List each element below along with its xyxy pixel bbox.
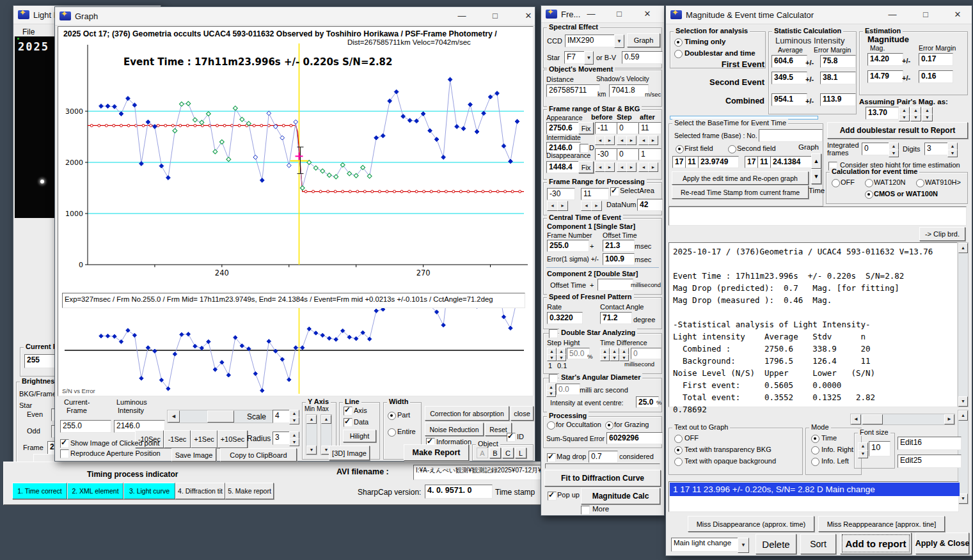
scroll-left-icon[interactable]: ◄ xyxy=(168,410,180,423)
light-curve-chart[interactable]: 0100020003000240270Event Time : 17h11m23… xyxy=(59,37,529,292)
report-scroll-down-icon[interactable]: ▼ xyxy=(958,396,968,407)
double-star-checkbox[interactable] xyxy=(549,329,558,338)
appearance-field[interactable]: 2750.6 xyxy=(546,122,581,134)
fontsize-down-icon[interactable]: ▼ xyxy=(858,450,868,458)
app-before-right-icon[interactable]: ► xyxy=(605,136,615,145)
report-scroll-up-icon[interactable]: ▲ xyxy=(958,243,968,253)
plus-10sec-button[interactable]: +10Sec xyxy=(218,430,248,448)
minimize-icon[interactable]: — xyxy=(581,6,601,22)
sort-button[interactable]: Sort xyxy=(800,534,836,554)
yaxis-min-down-icon[interactable]: ▼ xyxy=(306,446,317,455)
show-image-checkbox[interactable] xyxy=(60,439,69,448)
first-err-field[interactable]: 75.8 xyxy=(820,55,856,68)
selectarea-checkbox[interactable] xyxy=(610,187,619,196)
timing-step-5-button[interactable]: 5. Make report xyxy=(225,483,274,499)
integrated-frames-field[interactable]: 0 xyxy=(862,143,891,155)
magdrop-field[interactable]: 0.7 xyxy=(589,451,618,463)
bv-field[interactable]: 0.59 xyxy=(622,51,663,64)
offset-time-field[interactable]: 21.3 xyxy=(603,240,635,252)
fontsize-field[interactable]: 10 xyxy=(869,441,890,456)
more-checkbox[interactable] xyxy=(581,506,590,515)
result-listbox[interactable]: 1 17 11 23.996 +/- 0.220s, S/N= 2.82 D M… xyxy=(668,481,959,512)
close-icon[interactable]: ✕ xyxy=(518,7,539,24)
second-mag-field[interactable]: 14.79 xyxy=(867,70,903,83)
doublestar-radio[interactable] xyxy=(674,50,683,58)
graph-up-icon[interactable]: ▲ xyxy=(811,153,821,169)
wat910h-radio[interactable] xyxy=(916,179,924,187)
aux-text-box[interactable] xyxy=(668,206,967,226)
time-difference-field[interactable]: 0 xyxy=(631,348,661,359)
appearance-fix-button[interactable]: Fix xyxy=(578,122,594,134)
copy-clipboard-button[interactable]: Copy to ClipBoard xyxy=(220,448,297,462)
reread-timestamp-button[interactable]: Re-read Time Stamp from current frame xyxy=(672,185,809,199)
yaxis-min-up-icon[interactable]: ▲ xyxy=(306,415,317,424)
wat120n-radio[interactable] xyxy=(865,179,873,187)
sse-field[interactable]: 6029296 xyxy=(606,432,663,444)
app-step-right-icon[interactable]: ► xyxy=(626,136,637,145)
second-avg-field[interactable]: 349.5 xyxy=(771,72,807,84)
magdrop-checkbox[interactable] xyxy=(547,453,556,462)
grazing-radio[interactable] xyxy=(605,421,613,430)
data-checkbox[interactable] xyxy=(344,418,352,427)
yaxis-min-scrollbar[interactable]: ▲ ▼ xyxy=(306,414,317,455)
popup-checkbox[interactable] xyxy=(548,492,557,501)
distance-field[interactable]: 267585711 xyxy=(546,84,600,97)
assume-down1-icon[interactable]: ▼ xyxy=(899,114,910,121)
dis-step-left-icon[interactable]: ◄ xyxy=(617,162,627,172)
result-row-selected[interactable]: 1 17 11 23.996 +/- 0.220s, S/N= 2.82 D M… xyxy=(670,483,960,496)
app-after-right-icon[interactable]: ► xyxy=(648,136,658,145)
clip-board-button[interactable]: -> Clip brd. xyxy=(919,227,965,241)
add-doublestar-button[interactable]: Add doublestar result to Report xyxy=(827,122,968,139)
app-before-field[interactable]: -11 xyxy=(595,122,618,134)
graph-down-icon[interactable]: ▼ xyxy=(811,169,821,184)
assume-down3-icon[interactable]: ▼ xyxy=(922,114,933,121)
apply-close-button[interactable]: Apply & Close xyxy=(915,533,969,554)
digits-down-icon[interactable]: ▼ xyxy=(947,150,958,157)
object-l-button[interactable]: L xyxy=(515,447,526,458)
fit-diffraction-button[interactable]: Fit to Diffraction Curve xyxy=(544,470,661,486)
scale-down-icon[interactable]: ▼ xyxy=(289,417,299,424)
dis-after-left-icon[interactable]: ◄ xyxy=(638,162,649,172)
yaxis-max-up-icon[interactable]: ▲ xyxy=(321,415,331,424)
t2-sec-field[interactable]: 24.1384 xyxy=(770,156,812,168)
range-to-right-icon[interactable]: ► xyxy=(591,201,602,211)
timediff-down1-icon[interactable]: ▼ xyxy=(600,354,610,361)
menu-file[interactable]: File xyxy=(22,27,35,36)
timediff-down2-icon[interactable]: ▼ xyxy=(610,354,619,361)
first-mag-field[interactable]: 14.20 xyxy=(867,53,903,66)
second-mag-err-field[interactable]: 0.16 xyxy=(919,70,953,83)
rate-field[interactable]: 0.3220 xyxy=(547,312,583,324)
magnitude-calc-button[interactable]: Magnitude Calc xyxy=(581,488,660,504)
current-frame-field[interactable]: 255.0 xyxy=(60,420,111,433)
sharpcap-version-field[interactable]: 4. 0. 9571. 0 xyxy=(425,485,493,499)
cmos-radio[interactable] xyxy=(865,191,873,199)
velocity-field[interactable]: 7041.8 xyxy=(609,84,649,97)
step-coarse-down-icon[interactable]: ▼ xyxy=(547,354,557,361)
range-from-right-icon[interactable]: ► xyxy=(557,201,568,211)
dis-before-left-icon[interactable]: ◄ xyxy=(595,162,605,172)
textout-transparent-radio[interactable] xyxy=(674,446,683,455)
ccd-dropdown-icon[interactable]: ▼ xyxy=(614,35,624,48)
minus-1sec-button[interactable]: -1Sec xyxy=(164,430,191,448)
hilight-button[interactable]: Hilight xyxy=(343,430,376,442)
timing-step-4-button[interactable]: 4. Diffraction tit xyxy=(175,483,225,499)
lower-h-scrollbar[interactable]: ◄ ► xyxy=(850,414,955,425)
app-after-field[interactable]: 11 xyxy=(638,122,661,134)
v-scroll-up-icon[interactable]: ▲ xyxy=(958,410,968,421)
dis-after-right-icon[interactable]: ► xyxy=(648,162,658,172)
h-scroll-left-icon[interactable]: ◄ xyxy=(851,414,861,424)
combined-avg-field[interactable]: 954.1 xyxy=(771,93,807,106)
selected-frame-field[interactable] xyxy=(759,129,823,142)
textout-opaque-radio[interactable] xyxy=(674,458,683,466)
residual-chart[interactable] xyxy=(59,308,529,394)
angular-diameter-checkbox[interactable] xyxy=(549,374,558,383)
dis-step-field[interactable]: 0 xyxy=(617,148,638,160)
dis-before-right-icon[interactable]: ► xyxy=(605,162,615,172)
timing-step-3-button[interactable]: 3. Light curve xyxy=(123,483,175,499)
make-report-button[interactable]: Make Report xyxy=(404,444,469,461)
range-to-left-icon[interactable]: ◄ xyxy=(581,201,592,211)
image-3d-button[interactable]: [3D] Image xyxy=(329,446,370,460)
frame-scrollbar-thumb[interactable] xyxy=(207,410,234,423)
spectral-graph-button[interactable]: Graph xyxy=(627,33,660,47)
maximize-icon[interactable]: □ xyxy=(609,6,629,22)
